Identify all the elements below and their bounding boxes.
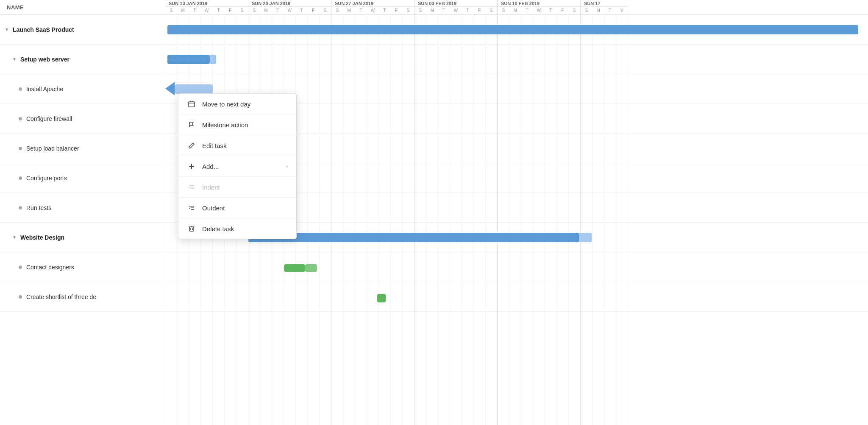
task-row-create-shortlist[interactable]: Create shortlist of three de: [0, 282, 165, 312]
menu-item-label-outdent: Outdent: [202, 204, 225, 212]
calendar-icon: [187, 99, 196, 109]
bullet-create-shortlist: [19, 295, 22, 299]
menu-item-label-indent: Indent: [202, 184, 220, 191]
week-group: SUN 03 FEB 2019SMTWTFS: [415, 0, 498, 14]
menu-item-outdent[interactable]: Outdent: [178, 198, 296, 218]
task-row-setup-web[interactable]: ▼Setup web server: [0, 45, 165, 74]
app-container: NAME SUN 13 JAN 2019SMTWTFSSUN 20 JAN 20…: [0, 0, 868, 425]
gantt-header: SUN 13 JAN 2019SMTWTFSSUN 20 JAN 2019SMT…: [165, 0, 868, 14]
bullet-configure-firewall: [19, 117, 22, 120]
submenu-chevron-icon: ›: [286, 163, 288, 169]
menu-item-edit-task[interactable]: Edit task: [178, 135, 296, 156]
week-group: SUN 27 JAN 2019SMTWTFS: [331, 0, 415, 14]
indent-icon: [187, 182, 196, 192]
menu-item-indent: Indent: [178, 177, 296, 198]
flag-icon: [187, 120, 196, 129]
edit-icon: [187, 141, 196, 150]
expand-icon-website-design[interactable]: ▼: [11, 234, 18, 241]
bullet-setup-lb: [19, 147, 22, 150]
bullet-run-tests: [19, 206, 22, 210]
menu-item-label-milestone-action: Milestone action: [202, 121, 248, 129]
task-row-contact-designers[interactable]: Contact designers: [0, 252, 165, 282]
plus-icon: [187, 162, 196, 171]
header-row: NAME SUN 13 JAN 2019SMTWTFSSUN 20 JAN 20…: [0, 0, 868, 15]
bullet-install-apache: [19, 87, 22, 91]
menu-item-add[interactable]: Add...›: [178, 156, 296, 177]
week-group: SUN 17SMTV: [581, 0, 628, 14]
task-row-run-tests[interactable]: Run tests: [0, 193, 165, 223]
menu-item-label-add: Add...: [202, 163, 219, 170]
task-row-website-design[interactable]: ▼Website Design: [0, 223, 165, 252]
task-list: ▼Launch SaaS Product▼Setup web serverIns…: [0, 15, 165, 425]
body-row: ▼Launch SaaS Product▼Setup web serverIns…: [0, 15, 868, 425]
task-row-configure-firewall[interactable]: Configure firewall: [0, 104, 165, 134]
bullet-configure-ports: [19, 176, 22, 180]
menu-item-label-delete-task: Delete task: [202, 225, 234, 232]
svg-rect-4: [189, 102, 195, 107]
week-group: SUN 13 JAN 2019SMTWTFS: [165, 0, 248, 14]
task-row-launch-saas[interactable]: ▼Launch SaaS Product: [0, 15, 165, 45]
task-row-install-apache[interactable]: Install Apache: [0, 74, 165, 104]
menu-item-delete-task[interactable]: Delete task: [178, 218, 296, 239]
context-menu: Move to next day Milestone action Edit t…: [178, 93, 297, 239]
week-group: SUN 10 FEB 2019SMTWTFS: [498, 0, 581, 14]
menu-item-move-next-day[interactable]: Move to next day: [178, 94, 296, 115]
trash-icon: [187, 224, 196, 233]
task-row-setup-lb[interactable]: Setup load balancer: [0, 134, 165, 163]
expand-icon-launch-saas[interactable]: ▼: [3, 26, 10, 33]
menu-item-label-move-next-day: Move to next day: [202, 101, 250, 108]
menu-item-label-edit-task: Edit task: [202, 142, 227, 149]
name-column-header: NAME: [0, 0, 165, 14]
menu-item-milestone-action[interactable]: Milestone action: [178, 115, 296, 135]
svg-rect-16: [189, 227, 194, 231]
expand-icon-setup-web[interactable]: ▼: [11, 56, 18, 63]
week-group: SUN 20 JAN 2019SMTWTFS: [248, 0, 331, 14]
task-row-configure-ports[interactable]: Configure ports: [0, 163, 165, 193]
outdent-icon: [187, 203, 196, 212]
bullet-contact-designers: [19, 266, 22, 269]
